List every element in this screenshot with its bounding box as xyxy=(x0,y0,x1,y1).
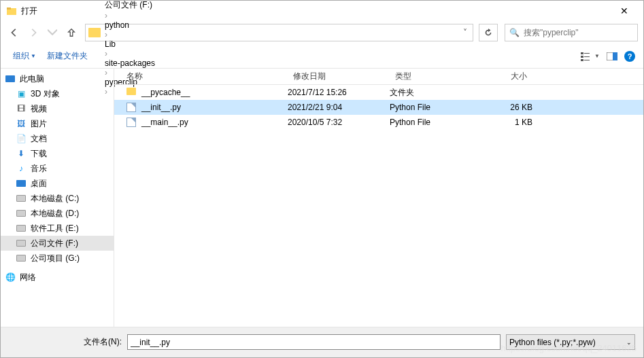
address-bar[interactable]: ›此电脑›公司文件 (F:)›python›Lib›site-packages›… xyxy=(85,24,473,41)
svg-rect-9 xyxy=(613,52,617,60)
main-area: 此电脑▣3D 对象🎞视频🖼图片📄文档⬇下载♪音乐桌面本地磁盘 (C:)本地磁盘 … xyxy=(1,69,643,327)
address-dropdown-icon[interactable]: ˅ xyxy=(460,28,470,37)
sidebar-item[interactable]: 本地磁盘 (C:) xyxy=(1,191,114,206)
file-list: 名称 修改日期 类型 大小 __pycache__2021/7/12 15:26… xyxy=(114,69,643,327)
recent-dropdown[interactable] xyxy=(44,24,61,41)
search-input[interactable] xyxy=(524,28,633,37)
organize-button[interactable]: 组织 ▼ xyxy=(9,49,40,63)
folder-icon xyxy=(88,28,101,37)
sidebar: 此电脑▣3D 对象🎞视频🖼图片📄文档⬇下载♪音乐桌面本地磁盘 (C:)本地磁盘 … xyxy=(1,69,114,327)
preview-pane-button[interactable] xyxy=(603,48,622,65)
svg-rect-5 xyxy=(584,53,590,54)
col-type[interactable]: 类型 xyxy=(390,71,478,82)
sidebar-item[interactable]: 🎞视频 xyxy=(1,101,114,116)
file-type: Python File xyxy=(390,103,478,112)
help-button[interactable]: ? xyxy=(624,51,635,62)
sidebar-item[interactable]: 📄文档 xyxy=(1,131,114,146)
forward-button[interactable] xyxy=(25,24,41,41)
sidebar-group[interactable]: 🌐网络 xyxy=(1,270,114,285)
svg-rect-1 xyxy=(7,7,11,10)
sidebar-item[interactable]: 公司文件 (F:) xyxy=(1,236,114,251)
view-mode-button[interactable]: ▼ xyxy=(581,48,600,65)
search-icon: 🔍 xyxy=(509,28,520,37)
file-filter-dropdown[interactable]: Python files (*.py;*.pyw)⌄ xyxy=(506,334,635,350)
sidebar-item[interactable]: 本地磁盘 (D:) xyxy=(1,206,114,221)
breadcrumb-item[interactable]: 公司文件 (F:) xyxy=(103,0,156,11)
breadcrumb-item[interactable]: Lib xyxy=(103,39,156,49)
sidebar-item[interactable]: ⬇下载 xyxy=(1,146,114,161)
file-date: 2021/2/21 9:04 xyxy=(288,103,390,112)
footer: 文件名(N): Python files (*.py;*.pyw)⌄ 打开(O)… xyxy=(1,327,643,358)
file-row[interactable]: __pycache__2021/7/12 15:26文件夹 xyxy=(114,85,643,100)
filename-input[interactable] xyxy=(127,334,501,350)
svg-rect-4 xyxy=(581,59,583,61)
sidebar-group[interactable]: 此电脑 xyxy=(1,71,114,86)
file-date: 2020/10/5 7:32 xyxy=(288,118,390,127)
search-box[interactable]: 🔍 xyxy=(505,24,638,41)
file-type: 文件夹 xyxy=(390,87,478,99)
close-button[interactable]: ✕ xyxy=(611,1,638,21)
nav-row: ›此电脑›公司文件 (F:)›python›Lib›site-packages›… xyxy=(1,21,643,44)
breadcrumb-item[interactable]: python xyxy=(103,20,156,30)
up-button[interactable] xyxy=(63,24,80,41)
sidebar-item[interactable]: 🖼图片 xyxy=(1,116,114,131)
col-name[interactable]: 名称 xyxy=(114,71,288,82)
col-size[interactable]: 大小 xyxy=(478,71,532,82)
file-size: 1 KB xyxy=(478,118,532,127)
svg-rect-7 xyxy=(584,60,590,60)
python-file-icon xyxy=(126,118,137,127)
app-icon xyxy=(6,5,17,16)
file-size: 26 KB xyxy=(478,103,532,112)
filename-label: 文件名(N): xyxy=(9,336,122,348)
python-file-icon xyxy=(126,103,137,112)
toolbar: 组织 ▼ 新建文件夹 ▼ ? xyxy=(1,44,643,69)
new-folder-button[interactable]: 新建文件夹 xyxy=(43,49,92,63)
folder-icon xyxy=(126,88,137,97)
sidebar-item[interactable]: 桌面 xyxy=(1,176,114,191)
titlebar: 打开 ✕ xyxy=(1,1,643,21)
breadcrumb-item[interactable]: site-packages xyxy=(103,58,156,68)
file-row[interactable]: __init__.py2021/2/21 9:04Python File26 K… xyxy=(114,100,643,115)
file-name: __main__.py xyxy=(141,118,188,127)
file-name: __pycache__ xyxy=(141,88,190,97)
file-row[interactable]: __main__.py2020/10/5 7:32Python File1 KB xyxy=(114,115,643,130)
col-date[interactable]: 修改日期 xyxy=(288,71,390,82)
svg-rect-6 xyxy=(584,56,590,57)
file-name: __init__.py xyxy=(141,103,181,112)
sidebar-item[interactable]: ▣3D 对象 xyxy=(1,86,114,101)
file-date: 2021/7/12 15:26 xyxy=(288,88,390,97)
svg-rect-2 xyxy=(581,52,583,54)
svg-rect-3 xyxy=(581,56,583,58)
sidebar-item[interactable]: 软件工具 (E:) xyxy=(1,221,114,236)
refresh-button[interactable] xyxy=(479,24,498,41)
sidebar-item[interactable]: 公司项目 (G:) xyxy=(1,251,114,266)
back-button[interactable] xyxy=(6,24,22,41)
column-header[interactable]: 名称 修改日期 类型 大小 xyxy=(114,69,643,85)
sidebar-item[interactable]: ♪音乐 xyxy=(1,161,114,176)
file-type: Python File xyxy=(390,118,478,127)
